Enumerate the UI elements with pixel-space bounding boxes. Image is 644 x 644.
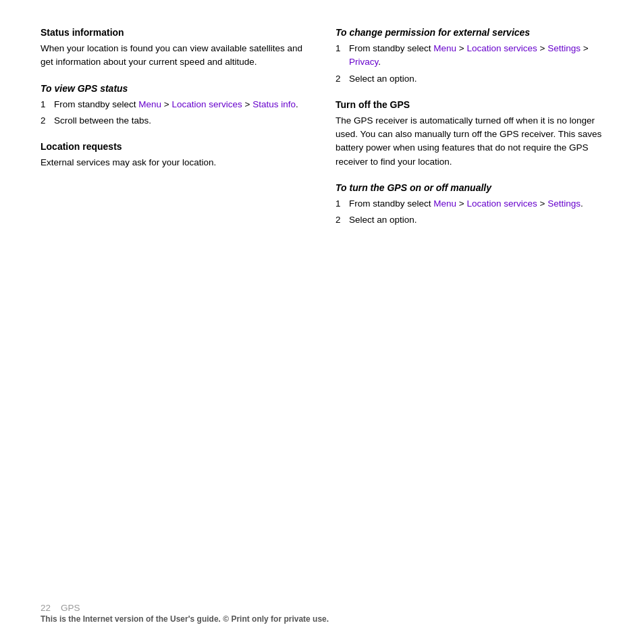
cp-step1-sep3: >: [581, 43, 589, 53]
view-gps-status-title: To view GPS status: [41, 83, 308, 94]
footer: 22 GPS This is the Internet version of t…: [41, 603, 603, 624]
tgm-step-number-1: 1: [336, 197, 345, 211]
left-column: Status information When your location is…: [41, 27, 308, 240]
location-requests-section: Location requests External services may …: [41, 141, 308, 169]
turn-gps-manually-step-1: 1 From standby select Menu > Location se…: [336, 197, 603, 211]
view-gps-menu-link[interactable]: Menu: [138, 99, 161, 109]
turn-gps-manually-section: To turn the GPS on or off manually 1 Fro…: [336, 182, 603, 227]
view-gps-step-1: 1 From standby select Menu > Location se…: [41, 98, 308, 111]
view-gps-step1-prefix: From standby select: [54, 99, 138, 109]
page-label: GPS: [61, 603, 80, 613]
view-gps-step1-suffix: .: [296, 99, 298, 109]
cp-step2-text: Select an option.: [349, 72, 417, 86]
view-gps-location-services-link[interactable]: Location services: [171, 99, 242, 109]
tgm-step1-prefix: From standby select: [349, 198, 433, 209]
view-gps-step2-text: Scroll between the tabs.: [54, 114, 151, 128]
view-gps-step-2: 2 Scroll between the tabs.: [41, 114, 308, 128]
tgm-step1-sep1: >: [456, 198, 466, 209]
tgm-step-number-2: 2: [336, 213, 345, 227]
status-information-section: Status information When your location is…: [41, 27, 308, 70]
turn-gps-manually-step-2: 2 Select an option.: [336, 213, 603, 227]
cp-settings-link[interactable]: Settings: [547, 43, 581, 53]
right-column: To change permission for external servic…: [336, 27, 603, 240]
cp-step-number-2: 2: [336, 72, 345, 86]
view-gps-status-info-link[interactable]: Status info: [252, 99, 296, 109]
status-information-body: When your location is found you can view…: [41, 42, 308, 70]
footer-notice: This is the Internet version of the User…: [41, 614, 603, 624]
view-gps-step1-sep2: >: [242, 99, 252, 109]
cp-step-number-1: 1: [336, 42, 345, 70]
view-gps-step1-text: From standby select Menu > Location serv…: [54, 98, 298, 111]
cp-step1-sep1: >: [456, 43, 466, 53]
cp-step1-suffix: .: [378, 57, 381, 67]
tgm-step2-text: Select an option.: [349, 213, 417, 227]
tgm-step1-suffix: .: [581, 198, 583, 209]
location-requests-title: Location requests: [41, 141, 308, 152]
tgm-settings-link[interactable]: Settings: [547, 198, 581, 209]
change-permission-title: To change permission for external servic…: [336, 27, 603, 38]
change-permission-step1-text: From standby select Menu > Location serv…: [349, 42, 603, 70]
page-number: 22: [41, 603, 51, 613]
turn-off-gps-title: Turn off the GPS: [336, 99, 603, 110]
change-permission-step-1: 1 From standby select Menu > Location se…: [336, 42, 603, 70]
step-number-1: 1: [41, 98, 50, 111]
cp-step1-sep2: >: [537, 43, 547, 53]
step-number-2: 2: [41, 114, 50, 128]
page: Status information When your location is…: [0, 0, 644, 644]
tgm-step1-sep2: >: [537, 198, 547, 209]
cp-menu-link[interactable]: Menu: [433, 43, 456, 53]
cp-step1-prefix: From standby select: [349, 43, 433, 53]
change-permission-step-2: 2 Select an option.: [336, 72, 603, 86]
main-content: Status information When your location is…: [41, 27, 603, 240]
cp-location-services-link[interactable]: Location services: [466, 43, 537, 53]
tgm-location-services-link[interactable]: Location services: [466, 198, 537, 209]
tgm-menu-link[interactable]: Menu: [433, 198, 456, 209]
turn-gps-manually-step1-text: From standby select Menu > Location serv…: [349, 197, 583, 211]
status-information-title: Status information: [41, 27, 308, 38]
turn-off-gps-section: Turn off the GPS The GPS receiver is aut…: [336, 99, 603, 169]
turn-gps-manually-title: To turn the GPS on or off manually: [336, 182, 603, 193]
view-gps-step1-sep1: >: [161, 99, 171, 109]
location-requests-body: External services may ask for your locat…: [41, 156, 308, 169]
change-permission-section: To change permission for external servic…: [336, 27, 603, 86]
footer-page: 22 GPS: [41, 603, 603, 613]
cp-privacy-link[interactable]: Privacy: [349, 57, 378, 67]
turn-off-gps-body: The GPS receiver is automatically turned…: [336, 114, 603, 169]
view-gps-status-section: To view GPS status 1 From standby select…: [41, 83, 308, 128]
